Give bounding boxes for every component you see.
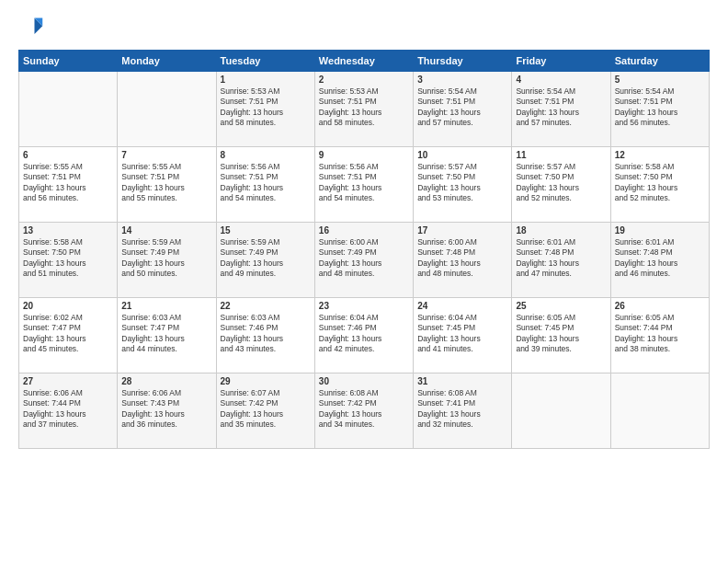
day-info: Sunrise: 6:06 AM Sunset: 7:44 PM Dayligh… (23, 388, 113, 431)
calendar-cell: 6Sunrise: 5:55 AM Sunset: 7:51 PM Daylig… (19, 147, 118, 223)
day-number: 29 (221, 376, 311, 386)
day-info: Sunrise: 5:55 AM Sunset: 7:51 PM Dayligh… (23, 162, 113, 204)
calendar-cell (19, 72, 118, 147)
calendar-cell: 14Sunrise: 5:59 AM Sunset: 7:49 PM Dayli… (118, 223, 216, 298)
calendar-cell: 26Sunrise: 6:05 AM Sunset: 7:44 PM Dayli… (610, 298, 709, 373)
calendar-cell (118, 72, 216, 147)
day-info: Sunrise: 6:04 AM Sunset: 7:46 PM Dayligh… (319, 313, 409, 355)
calendar-cell: 13Sunrise: 5:58 AM Sunset: 7:50 PM Dayli… (19, 223, 118, 298)
header-cell-tuesday: Tuesday (216, 51, 314, 72)
calendar-cell: 17Sunrise: 6:00 AM Sunset: 7:48 PM Dayli… (414, 223, 512, 298)
day-number: 11 (516, 150, 606, 160)
calendar-cell: 12Sunrise: 5:58 AM Sunset: 7:50 PM Dayli… (610, 147, 709, 223)
day-number: 10 (417, 150, 507, 160)
calendar-cell (610, 373, 709, 449)
page-header (18, 15, 710, 40)
day-info: Sunrise: 6:03 AM Sunset: 7:46 PM Dayligh… (221, 313, 311, 355)
day-number: 21 (121, 301, 211, 311)
day-number: 30 (319, 376, 409, 386)
calendar-cell: 15Sunrise: 5:59 AM Sunset: 7:49 PM Dayli… (216, 223, 314, 298)
day-number: 8 (221, 150, 311, 160)
calendar-cell: 21Sunrise: 6:03 AM Sunset: 7:47 PM Dayli… (118, 298, 216, 373)
day-number: 22 (221, 301, 311, 311)
calendar-cell: 5Sunrise: 5:54 AM Sunset: 7:51 PM Daylig… (610, 72, 709, 147)
logo (18, 15, 48, 40)
day-info: Sunrise: 6:02 AM Sunset: 7:47 PM Dayligh… (23, 313, 113, 355)
calendar-cell: 30Sunrise: 6:08 AM Sunset: 7:42 PM Dayli… (314, 373, 413, 449)
day-info: Sunrise: 5:56 AM Sunset: 7:51 PM Dayligh… (221, 162, 311, 204)
calendar-cell: 24Sunrise: 6:04 AM Sunset: 7:45 PM Dayli… (414, 298, 512, 373)
day-info: Sunrise: 6:01 AM Sunset: 7:48 PM Dayligh… (516, 237, 606, 280)
week-row-1: 1Sunrise: 5:53 AM Sunset: 7:51 PM Daylig… (19, 72, 710, 147)
calendar-cell (512, 373, 610, 449)
calendar-cell: 7Sunrise: 5:55 AM Sunset: 7:51 PM Daylig… (118, 147, 216, 223)
week-row-2: 6Sunrise: 5:55 AM Sunset: 7:51 PM Daylig… (19, 147, 710, 223)
day-info: Sunrise: 6:00 AM Sunset: 7:48 PM Dayligh… (417, 237, 507, 280)
day-number: 19 (615, 225, 705, 236)
day-number: 14 (121, 225, 211, 236)
calendar-cell: 8Sunrise: 5:56 AM Sunset: 7:51 PM Daylig… (216, 147, 314, 223)
header-cell-monday: Monday (118, 51, 216, 72)
day-info: Sunrise: 6:03 AM Sunset: 7:47 PM Dayligh… (121, 313, 211, 355)
day-info: Sunrise: 5:54 AM Sunset: 7:51 PM Dayligh… (417, 86, 507, 129)
calendar-cell: 10Sunrise: 5:57 AM Sunset: 7:50 PM Dayli… (414, 147, 512, 223)
day-info: Sunrise: 6:08 AM Sunset: 7:41 PM Dayligh… (417, 388, 507, 431)
calendar-cell: 4Sunrise: 5:54 AM Sunset: 7:51 PM Daylig… (512, 72, 610, 147)
week-row-5: 27Sunrise: 6:06 AM Sunset: 7:44 PM Dayli… (19, 373, 710, 449)
day-number: 1 (221, 75, 311, 85)
day-number: 15 (221, 225, 311, 236)
calendar-cell: 22Sunrise: 6:03 AM Sunset: 7:46 PM Dayli… (216, 298, 314, 373)
day-number: 28 (121, 376, 211, 386)
calendar-cell: 1Sunrise: 5:53 AM Sunset: 7:51 PM Daylig… (216, 72, 314, 147)
calendar-cell: 11Sunrise: 5:57 AM Sunset: 7:50 PM Dayli… (512, 147, 610, 223)
calendar-cell: 20Sunrise: 6:02 AM Sunset: 7:47 PM Dayli… (19, 298, 118, 373)
day-info: Sunrise: 5:57 AM Sunset: 7:50 PM Dayligh… (417, 162, 507, 204)
header-cell-wednesday: Wednesday (314, 51, 413, 72)
day-number: 12 (615, 150, 705, 160)
day-number: 20 (23, 301, 113, 311)
calendar-cell: 27Sunrise: 6:06 AM Sunset: 7:44 PM Dayli… (19, 373, 118, 449)
day-info: Sunrise: 5:55 AM Sunset: 7:51 PM Dayligh… (121, 162, 211, 204)
day-number: 24 (417, 301, 507, 311)
day-number: 7 (121, 150, 211, 160)
calendar-cell: 18Sunrise: 6:01 AM Sunset: 7:48 PM Dayli… (512, 223, 610, 298)
day-info: Sunrise: 5:59 AM Sunset: 7:49 PM Dayligh… (221, 237, 311, 280)
day-number: 17 (417, 225, 507, 236)
day-number: 13 (23, 225, 113, 236)
day-number: 5 (615, 75, 705, 85)
day-info: Sunrise: 6:05 AM Sunset: 7:45 PM Dayligh… (516, 313, 606, 355)
header-cell-friday: Friday (512, 51, 610, 72)
day-info: Sunrise: 5:58 AM Sunset: 7:50 PM Dayligh… (23, 237, 113, 280)
day-info: Sunrise: 5:54 AM Sunset: 7:51 PM Dayligh… (615, 86, 705, 129)
calendar-page: SundayMondayTuesdayWednesdayThursdayFrid… (0, 0, 728, 563)
day-number: 16 (319, 225, 409, 236)
day-info: Sunrise: 5:56 AM Sunset: 7:51 PM Dayligh… (319, 162, 409, 204)
day-number: 9 (319, 150, 409, 160)
day-number: 23 (319, 301, 409, 311)
calendar-cell: 3Sunrise: 5:54 AM Sunset: 7:51 PM Daylig… (414, 72, 512, 147)
logo-icon (18, 15, 44, 40)
header-cell-saturday: Saturday (610, 51, 709, 72)
header-cell-sunday: Sunday (19, 51, 118, 72)
header-cell-thursday: Thursday (414, 51, 512, 72)
day-info: Sunrise: 5:57 AM Sunset: 7:50 PM Dayligh… (516, 162, 606, 204)
header-row: SundayMondayTuesdayWednesdayThursdayFrid… (19, 51, 710, 72)
day-number: 3 (417, 75, 507, 85)
day-info: Sunrise: 6:05 AM Sunset: 7:44 PM Dayligh… (615, 313, 705, 355)
day-number: 25 (516, 301, 606, 311)
calendar-cell: 19Sunrise: 6:01 AM Sunset: 7:48 PM Dayli… (610, 223, 709, 298)
day-info: Sunrise: 6:01 AM Sunset: 7:48 PM Dayligh… (615, 237, 705, 280)
calendar-cell: 28Sunrise: 6:06 AM Sunset: 7:43 PM Dayli… (118, 373, 216, 449)
calendar-cell: 31Sunrise: 6:08 AM Sunset: 7:41 PM Dayli… (414, 373, 512, 449)
day-number: 6 (23, 150, 113, 160)
day-info: Sunrise: 6:00 AM Sunset: 7:49 PM Dayligh… (319, 237, 409, 280)
calendar-table: SundayMondayTuesdayWednesdayThursdayFrid… (18, 50, 710, 449)
day-number: 26 (615, 301, 705, 311)
calendar-cell: 29Sunrise: 6:07 AM Sunset: 7:42 PM Dayli… (216, 373, 314, 449)
calendar-cell: 2Sunrise: 5:53 AM Sunset: 7:51 PM Daylig… (314, 72, 413, 147)
calendar-cell: 25Sunrise: 6:05 AM Sunset: 7:45 PM Dayli… (512, 298, 610, 373)
week-row-4: 20Sunrise: 6:02 AM Sunset: 7:47 PM Dayli… (19, 298, 710, 373)
day-number: 2 (319, 75, 409, 85)
calendar-header: SundayMondayTuesdayWednesdayThursdayFrid… (19, 51, 710, 72)
day-info: Sunrise: 6:04 AM Sunset: 7:45 PM Dayligh… (417, 313, 507, 355)
